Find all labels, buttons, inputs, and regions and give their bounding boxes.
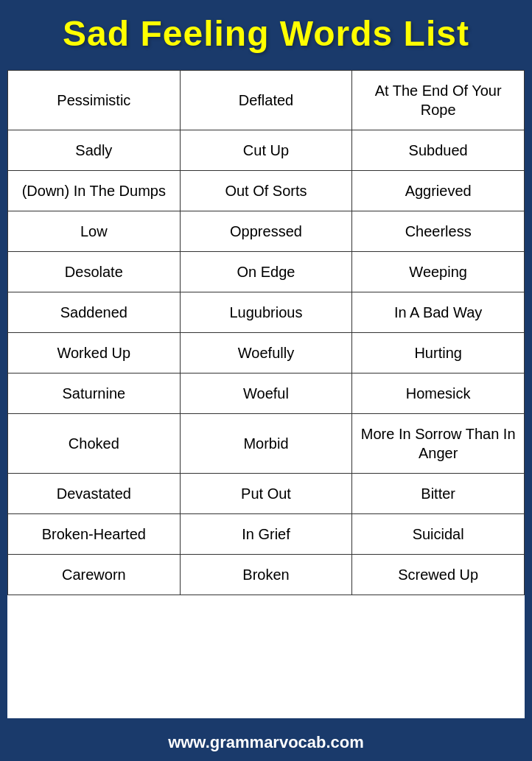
- cell-3-1: Oppressed: [180, 211, 352, 252]
- table-row: ChokedMorbidMore In Sorrow Than In Anger: [8, 414, 525, 474]
- cell-0-2: At The End Of Your Rope: [352, 71, 525, 130]
- cell-11-1: Broken: [180, 555, 352, 595]
- cell-2-2: Aggrieved: [352, 171, 525, 211]
- cell-3-0: Low: [8, 211, 181, 252]
- cell-10-1: In Grief: [180, 514, 352, 555]
- cell-11-2: Screwed Up: [352, 555, 525, 595]
- cell-0-0: Pessimistic: [8, 71, 181, 130]
- cell-7-0: Saturnine: [8, 374, 181, 414]
- cell-3-2: Cheerless: [352, 211, 525, 252]
- cell-1-1: Cut Up: [180, 130, 352, 171]
- table-row: SadlyCut UpSubdued: [8, 130, 525, 171]
- cell-9-2: Bitter: [352, 474, 525, 514]
- table-row: SaddenedLugubriousIn A Bad Way: [8, 292, 525, 333]
- table-row: SaturnineWoefulHomesick: [8, 374, 525, 414]
- cell-7-2: Homesick: [352, 374, 525, 414]
- cell-4-1: On Edge: [180, 252, 352, 292]
- page-footer: www.grammarvocab.com: [0, 724, 532, 761]
- table-container: PessimisticDeflatedAt The End Of Your Ro…: [7, 70, 525, 718]
- words-table: PessimisticDeflatedAt The End Of Your Ro…: [7, 70, 525, 595]
- page-header: Sad Feeling Words List: [0, 0, 532, 64]
- table-row: Broken-HeartedIn GriefSuicidal: [8, 514, 525, 555]
- cell-2-1: Out Of Sorts: [180, 171, 352, 211]
- cell-0-1: Deflated: [180, 71, 352, 130]
- page-title: Sad Feeling Words List: [15, 13, 517, 54]
- table-row: PessimisticDeflatedAt The End Of Your Ro…: [8, 71, 525, 130]
- cell-9-0: Devastated: [8, 474, 181, 514]
- cell-10-0: Broken-Hearted: [8, 514, 181, 555]
- table-row: LowOppressedCheerless: [8, 211, 525, 252]
- cell-1-2: Subdued: [352, 130, 525, 171]
- cell-8-2: More In Sorrow Than In Anger: [352, 414, 525, 474]
- cell-5-0: Saddened: [8, 292, 181, 333]
- cell-7-1: Woeful: [180, 374, 352, 414]
- table-row: DesolateOn EdgeWeeping: [8, 252, 525, 292]
- cell-5-2: In A Bad Way: [352, 292, 525, 333]
- table-row: DevastatedPut OutBitter: [8, 474, 525, 514]
- table-row: CarewornBrokenScrewed Up: [8, 555, 525, 595]
- cell-6-0: Worked Up: [8, 333, 181, 374]
- cell-4-2: Weeping: [352, 252, 525, 292]
- cell-11-0: Careworn: [8, 555, 181, 595]
- cell-6-2: Hurting: [352, 333, 525, 374]
- cell-2-0: (Down) In The Dumps: [8, 171, 181, 211]
- table-row: (Down) In The DumpsOut Of SortsAggrieved: [8, 171, 525, 211]
- cell-10-2: Suicidal: [352, 514, 525, 555]
- cell-8-0: Choked: [8, 414, 181, 474]
- cell-8-1: Morbid: [180, 414, 352, 474]
- cell-9-1: Put Out: [180, 474, 352, 514]
- footer-url: www.grammarvocab.com: [168, 733, 364, 751]
- table-row: Worked UpWoefullyHurting: [8, 333, 525, 374]
- cell-6-1: Woefully: [180, 333, 352, 374]
- cell-1-0: Sadly: [8, 130, 181, 171]
- cell-4-0: Desolate: [8, 252, 181, 292]
- cell-5-1: Lugubrious: [180, 292, 352, 333]
